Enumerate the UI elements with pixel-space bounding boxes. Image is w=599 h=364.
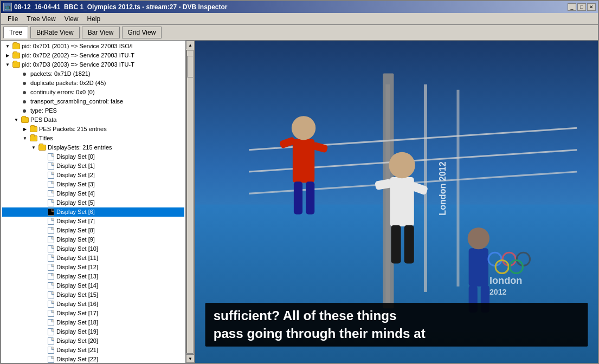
icon-pespkts bbox=[29, 126, 38, 133]
icon-ds19 bbox=[47, 328, 55, 336]
icon-ds9 bbox=[47, 236, 55, 244]
subtitle-line1: sufficient? All of these things bbox=[214, 308, 397, 323]
tree-panel: ▼pid: 0x7D1 (2001) => Service 27003 ISO/… bbox=[1, 41, 195, 363]
label-ds8: Display Set [8] bbox=[56, 226, 95, 235]
tree-item-ds3[interactable]: Display Set [3] bbox=[2, 180, 184, 189]
tree-item-ds10[interactable]: Display Set [10] bbox=[2, 244, 184, 253]
tree-item-pespkts[interactable]: ▶PES Packets: 215 entries bbox=[2, 125, 184, 134]
icon-packets bbox=[21, 70, 29, 78]
tree-item-ds9[interactable]: Display Set [9] bbox=[2, 235, 184, 244]
scroll-up-button[interactable]: ▲ bbox=[186, 41, 194, 49]
expander-pesdata[interactable]: ▼ bbox=[12, 116, 21, 124]
expander-pespkts[interactable]: ▶ bbox=[21, 125, 29, 133]
tree-item-ds1[interactable]: Display Set [1] bbox=[2, 161, 184, 171]
tree-item-ds6[interactable]: Display Set [6] bbox=[2, 207, 184, 217]
v-scroll-track bbox=[186, 50, 194, 354]
menu-file[interactable]: File bbox=[3, 14, 22, 24]
label-ds17: Display Set [17] bbox=[56, 309, 98, 317]
tree-item-ds22[interactable]: Display Set [22] bbox=[2, 355, 184, 363]
expander-titles[interactable]: ▼ bbox=[21, 134, 29, 142]
tab-bitrate-view[interactable]: BitRate View bbox=[30, 27, 79, 38]
svg-rect-14 bbox=[306, 181, 314, 214]
tree-item-ds16[interactable]: Display Set [16] bbox=[2, 300, 184, 309]
label-ds1: Display Set [1] bbox=[56, 162, 95, 170]
label-pid7d3: pid: 0x7D3 (2003) => Service 27003 ITU-T bbox=[22, 61, 134, 69]
label-ds21: Display Set [21] bbox=[56, 346, 98, 354]
tree-scroll[interactable]: ▼pid: 0x7D1 (2001) => Service 27003 ISO/… bbox=[1, 41, 185, 363]
tree-item-pesdata[interactable]: ▼PES Data bbox=[2, 115, 184, 125]
label-pesdata: PES Data bbox=[30, 116, 56, 124]
tree-item-ts_ctrl[interactable]: transport_scrambling_control: false bbox=[2, 97, 184, 106]
label-ds10: Display Set [10] bbox=[56, 245, 98, 253]
tree-item-ds8[interactable]: Display Set [8] bbox=[2, 226, 184, 235]
label-ds22: Display Set [22] bbox=[56, 355, 98, 363]
window-controls: _ □ ✕ bbox=[568, 3, 596, 11]
tree-item-pid7d2[interactable]: ▶pid: 0x7D2 (2002) => Service 27003 ITU-… bbox=[2, 51, 184, 60]
tab-bar-view[interactable]: Bar View bbox=[82, 27, 120, 38]
tree-item-dup[interactable]: duplicate packets: 0x2D (45) bbox=[2, 79, 184, 88]
tree-item-displaysets[interactable]: ▼DisplaySets: 215 entries bbox=[2, 143, 184, 152]
vertical-scrollbar: ▲ ▼ bbox=[185, 41, 194, 363]
svg-rect-21 bbox=[469, 248, 488, 287]
tree-item-ds12[interactable]: Display Set [12] bbox=[2, 263, 184, 272]
label-type: type: PES bbox=[30, 107, 57, 115]
svg-text:london: london bbox=[489, 275, 522, 286]
v-scroll-thumb[interactable] bbox=[187, 56, 194, 77]
label-ds5: Display Set [5] bbox=[56, 199, 95, 207]
icon-ds6 bbox=[47, 209, 55, 216]
label-ds15: Display Set [15] bbox=[56, 291, 98, 299]
expander-pid7d1[interactable]: ▼ bbox=[3, 42, 12, 50]
tree-item-ds0[interactable]: Display Set [0] bbox=[2, 152, 184, 161]
tree-item-ds5[interactable]: Display Set [5] bbox=[2, 198, 184, 207]
tree-item-ds14[interactable]: Display Set [14] bbox=[2, 281, 184, 290]
subtitle-line2: pass going through their minds at bbox=[214, 326, 426, 341]
expander-pid7d3[interactable]: ▼ bbox=[3, 61, 12, 69]
tree-item-ds4[interactable]: Display Set [4] bbox=[2, 189, 184, 198]
icon-pid7d2 bbox=[12, 52, 21, 60]
icon-ds11 bbox=[47, 255, 55, 262]
main-content: ▼pid: 0x7D1 (2001) => Service 27003 ISO/… bbox=[1, 40, 598, 363]
tree-item-ds18[interactable]: Display Set [18] bbox=[2, 318, 184, 327]
tree-item-ds15[interactable]: Display Set [15] bbox=[2, 290, 184, 300]
tree-item-ds19[interactable]: Display Set [19] bbox=[2, 327, 184, 336]
tree-item-ds21[interactable]: Display Set [21] bbox=[2, 346, 184, 355]
maximize-button[interactable]: □ bbox=[577, 3, 586, 11]
icon-titles bbox=[29, 135, 38, 142]
label-cont: continuity errors: 0x0 (0) bbox=[30, 88, 95, 96]
tree-item-ds11[interactable]: Display Set [11] bbox=[2, 253, 184, 263]
tree-item-type[interactable]: type: PES bbox=[2, 106, 184, 115]
title-bar: 📺 08-12_16-04-41_BBC 1_Olympics 2012.ts … bbox=[1, 1, 598, 13]
label-ds20: Display Set [20] bbox=[56, 337, 98, 345]
tab-grid-view[interactable]: Grid View bbox=[122, 27, 162, 38]
close-button[interactable]: ✕ bbox=[587, 3, 596, 11]
tree-item-ds20[interactable]: Display Set [20] bbox=[2, 336, 184, 346]
tree-item-titles[interactable]: ▼Titles bbox=[2, 134, 184, 143]
tree-item-cont[interactable]: continuity errors: 0x0 (0) bbox=[2, 88, 184, 97]
icon-ds2 bbox=[47, 172, 55, 179]
tree-item-ds2[interactable]: Display Set [2] bbox=[2, 171, 184, 180]
tree-item-ds13[interactable]: Display Set [13] bbox=[2, 272, 184, 281]
icon-ds8 bbox=[47, 227, 55, 235]
tree-item-pid7d1[interactable]: ▼pid: 0x7D1 (2001) => Service 27003 ISO/… bbox=[2, 42, 184, 51]
svg-point-16 bbox=[389, 152, 415, 178]
menu-view[interactable]: View bbox=[60, 14, 83, 24]
icon-ds20 bbox=[47, 337, 55, 345]
tree-item-packets[interactable]: packets: 0x71D (1821) bbox=[2, 69, 184, 79]
tab-tree[interactable]: Tree bbox=[3, 27, 28, 38]
scroll-down-button[interactable]: ▼ bbox=[186, 354, 194, 363]
tree-item-ds7[interactable]: Display Set [7] bbox=[2, 217, 184, 226]
menu-tree-view[interactable]: Tree View bbox=[22, 14, 60, 24]
menu-help[interactable]: Help bbox=[83, 14, 105, 24]
tree-item-ds17[interactable]: Display Set [17] bbox=[2, 309, 184, 318]
label-ds19: Display Set [19] bbox=[56, 328, 98, 336]
expander-displaysets[interactable]: ▼ bbox=[29, 144, 38, 152]
label-ds4: Display Set [4] bbox=[56, 190, 95, 198]
label-ds11: Display Set [11] bbox=[56, 254, 98, 262]
app-icon: 📺 bbox=[3, 3, 12, 11]
svg-rect-19 bbox=[391, 225, 401, 264]
icon-ds16 bbox=[47, 301, 55, 308]
label-dup: duplicate packets: 0x2D (45) bbox=[30, 79, 106, 87]
tree-item-pid7d3[interactable]: ▼pid: 0x7D3 (2003) => Service 27003 ITU-… bbox=[2, 60, 184, 69]
expander-pid7d2[interactable]: ▶ bbox=[3, 51, 12, 60]
minimize-button[interactable]: _ bbox=[568, 3, 576, 11]
